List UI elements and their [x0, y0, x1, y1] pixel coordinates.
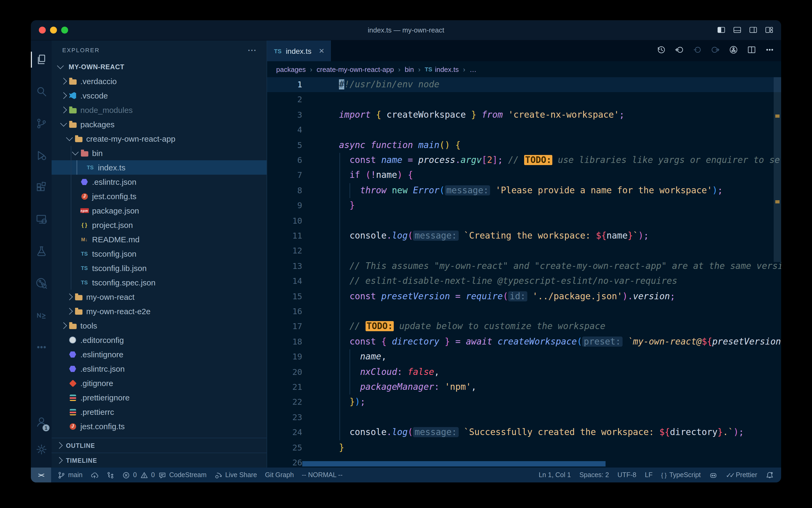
- toggle-panel-icon[interactable]: [733, 26, 742, 35]
- tree-item--eslintrc-json[interactable]: .eslintrc.json: [52, 362, 267, 376]
- tree-item-label: my-own-react: [86, 292, 135, 301]
- tree-item-create-my-own-react-app[interactable]: create-my-own-react-app: [52, 131, 267, 146]
- activitybar-testing[interactable]: [31, 236, 52, 267]
- activitybar-accounts[interactable]: 1: [31, 408, 52, 435]
- breadcrumb-item[interactable]: packages: [276, 65, 306, 73]
- status-git-graph[interactable]: Git Graph: [265, 471, 294, 479]
- status-0[interactable]: 0: [140, 471, 155, 479]
- status-utf-8[interactable]: UTF-8: [618, 471, 636, 479]
- activitybar-more-views[interactable]: [31, 331, 52, 363]
- breadcrumb-item[interactable]: TSindex.ts: [425, 65, 459, 73]
- chevron-down-icon: [66, 134, 73, 141]
- open-changes-icon[interactable]: [728, 45, 738, 57]
- tree-item-label: create-my-own-react-app: [86, 134, 175, 143]
- breadcrumb-item[interactable]: create-my-own-react-app: [317, 65, 394, 73]
- eslint-file-icon: [68, 365, 77, 373]
- status-bell[interactable]: [766, 471, 774, 479]
- activitybar-git-graph[interactable]: [31, 267, 52, 299]
- status-compare[interactable]: [106, 471, 114, 479]
- remote-indicator[interactable]: ><: [31, 468, 51, 482]
- tab-index-ts[interactable]: TS index.ts ×: [267, 40, 332, 61]
- tree-item--eslintrc-json[interactable]: .eslintrc.json: [52, 175, 267, 189]
- traffic-lights: [39, 27, 68, 34]
- activitybar-bottom: 1: [31, 408, 52, 468]
- tree-item-tsconfig-spec-json[interactable]: TStsconfig.spec.json: [52, 275, 267, 290]
- status-main[interactable]: main: [57, 471, 83, 479]
- tree-item-bin[interactable]: bin: [52, 146, 267, 160]
- status-typescript[interactable]: { }TypeScript: [661, 471, 701, 479]
- minimize-window-button[interactable]: [50, 27, 57, 34]
- close-tab-icon[interactable]: ×: [319, 46, 324, 55]
- status-label: TypeScript: [669, 471, 701, 479]
- activitybar-explorer[interactable]: [31, 44, 52, 76]
- activitybar-search[interactable]: [31, 76, 52, 108]
- line-number: 12: [267, 244, 302, 259]
- tree-item--gitignore[interactable]: .gitignore: [52, 376, 267, 390]
- tree-item-my-own-react-e2e[interactable]: my-own-react-e2e: [52, 304, 267, 319]
- tree-item-index-ts[interactable]: TSindex.ts: [52, 160, 267, 175]
- sidebar-section-outline[interactable]: OUTLINE: [52, 438, 267, 453]
- sidebar-section-timeline[interactable]: TIMELINE: [52, 453, 267, 468]
- chevron-right-icon: [56, 442, 62, 449]
- status-0[interactable]: 0: [123, 471, 137, 479]
- activitybar-run-and-debug[interactable]: [31, 139, 52, 171]
- activitybar-source-control[interactable]: [31, 108, 52, 139]
- zoom-window-button[interactable]: [61, 27, 68, 34]
- status-live-share[interactable]: Live Share: [214, 471, 257, 479]
- code-area[interactable]: 1#!/usr/bin/env node23import { createWor…: [267, 77, 781, 468]
- breadcrumb-item[interactable]: bin: [405, 65, 414, 73]
- status-lf[interactable]: LF: [645, 471, 653, 479]
- status-cloud-upload[interactable]: [90, 471, 98, 479]
- tree-item-tsconfig-json[interactable]: TStsconfig.json: [52, 247, 267, 261]
- close-window-button[interactable]: [39, 27, 46, 34]
- status-copilot[interactable]: [709, 471, 717, 479]
- horizontal-scrollbar[interactable]: [302, 461, 606, 466]
- split-editor-icon[interactable]: [747, 45, 757, 57]
- explorer-title: EXPLORER: [62, 47, 100, 53]
- vertical-scrollbar[interactable]: [774, 77, 781, 262]
- line-content: });: [339, 395, 365, 410]
- tree-item-jest-config-ts[interactable]: Jjest.config.ts: [52, 419, 267, 433]
- customize-layout-icon[interactable]: [765, 26, 774, 35]
- activitybar-remote-explorer[interactable]: [31, 203, 52, 236]
- sidebar-explorer: EXPLORER ⋯ MY-OWN-REACT .verdaccio.vscod…: [52, 40, 267, 468]
- status-prettier[interactable]: ✓✓Prettier: [726, 471, 757, 479]
- tree-item--verdaccio[interactable]: .verdaccio: [52, 74, 267, 88]
- status-spaces-2[interactable]: Spaces: 2: [579, 471, 609, 479]
- tree-item-my-own-react[interactable]: my-own-react: [52, 290, 267, 304]
- toggle-sidebar-left-icon[interactable]: [717, 26, 726, 35]
- statusbar-right: Ln 1, Col 1Spaces: 2UTF-8LF{ }TypeScript…: [539, 471, 781, 479]
- nav-forward-icon[interactable]: [710, 45, 720, 57]
- tree-item-package-json[interactable]: npmpackage.json: [52, 203, 267, 218]
- status-codestream[interactable]: CodeStream: [158, 471, 206, 479]
- activity-bar: 1: [31, 40, 52, 468]
- tree-item--editorconfig[interactable]: .editorconfig: [52, 333, 267, 347]
- tree-item-project-json[interactable]: { }project.json: [52, 218, 267, 232]
- activitybar-extensions[interactable]: [31, 171, 52, 203]
- line-number: 25: [267, 440, 302, 455]
- nav-neutral-icon[interactable]: [692, 45, 702, 57]
- tree-item-jest-config-ts[interactable]: Jjest.config.ts: [52, 189, 267, 203]
- more-actions-icon[interactable]: [765, 45, 775, 57]
- tree-item--eslintignore[interactable]: .eslintignore: [52, 347, 267, 362]
- tree-item-packages[interactable]: packages: [52, 117, 267, 131]
- nav-back-icon[interactable]: [674, 45, 684, 57]
- explorer-actions-icon[interactable]: ⋯: [247, 44, 257, 56]
- toggle-sidebar-right-icon[interactable]: [749, 26, 758, 35]
- timeline-history-icon[interactable]: [656, 45, 666, 57]
- tree-item-tools[interactable]: tools: [52, 319, 267, 333]
- project-root-row[interactable]: MY-OWN-REACT: [52, 60, 267, 74]
- tree-item-node-modules[interactable]: node_modules: [52, 103, 267, 117]
- status-normal[interactable]: -- NORMAL --: [302, 471, 342, 479]
- tree-item--prettierrc[interactable]: .prettierrc: [52, 405, 267, 419]
- tree-item-tsconfig-lib-json[interactable]: TStsconfig.lib.json: [52, 261, 267, 275]
- activitybar-settings[interactable]: [31, 435, 52, 463]
- code-line-1: 1#!/usr/bin/env node: [267, 77, 781, 92]
- code-line-8: 8 throw new Error(message: 'Please provi…: [267, 183, 781, 198]
- breadcrumb-item[interactable]: …: [470, 65, 477, 73]
- tree-item--vscode[interactable]: .vscode: [52, 88, 267, 103]
- activitybar-nx-console[interactable]: [31, 299, 52, 331]
- tree-item--prettierignore[interactable]: .prettierignore: [52, 390, 267, 405]
- status-ln-1-col-1[interactable]: Ln 1, Col 1: [539, 471, 571, 479]
- tree-item-readme-md[interactable]: M↓README.md: [52, 232, 267, 247]
